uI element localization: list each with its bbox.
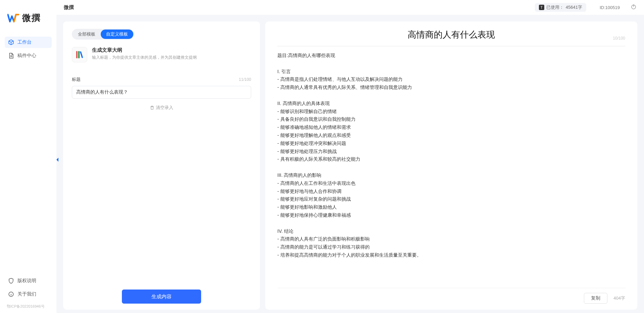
sidebar-item-label: 版权说明 — [17, 278, 36, 284]
sidebar-footer: 版权说明 关于我们 — [0, 275, 56, 304]
tab-all-templates[interactable]: 全部模板 — [73, 30, 101, 39]
logo-mark-icon — [7, 13, 19, 23]
tab-custom-templates[interactable]: 自定义模板 — [101, 30, 133, 39]
brand-logo: 微撰 — [0, 4, 56, 37]
template-card: 生成文章大纲 输入标题，为你提供文章主体的灵感，并为其创建推文提纲 — [72, 47, 251, 62]
usage-value: 45641字 — [566, 4, 582, 10]
word-count: 404字 — [613, 295, 625, 301]
power-icon — [631, 4, 637, 10]
title-char-count: 11/100 — [239, 77, 251, 82]
usage-label: 已使用： — [546, 4, 564, 10]
info-icon — [8, 291, 14, 297]
sidebar-item-label: 工作台 — [17, 39, 32, 45]
template-desc: 输入标题，为你提供文章主体的灵感，并为其创建推文提纲 — [92, 55, 197, 60]
sidebar: 微撰 工作台 稿件中心 版权说明 关于我们 鄂ICP备2022016946号 — [0, 0, 56, 313]
copy-button[interactable]: 复制 — [584, 293, 607, 304]
output-title: 高情商的人有什么表现 — [277, 29, 625, 41]
shield-icon — [8, 278, 14, 284]
sidebar-item-workspace[interactable]: 工作台 — [5, 37, 52, 48]
user-id: ID:100519 — [600, 5, 620, 10]
app-title: 微撰 — [64, 4, 74, 11]
books-icon — [76, 51, 84, 59]
trash-icon — [150, 105, 154, 110]
output-header: 高情商的人有什么表现 10/100 — [277, 29, 625, 44]
generate-button[interactable]: 生成内容 — [122, 290, 201, 304]
sidebar-item-drafts[interactable]: 稿件中心 — [5, 50, 52, 61]
icp-text: 鄂ICP备2022016946号 — [0, 304, 56, 309]
clear-input-label: 清空录入 — [156, 105, 173, 111]
output-footer: 复制 404字 — [277, 288, 625, 304]
sidebar-collapse-handle[interactable] — [55, 156, 60, 163]
sidebar-item-label: 关于我们 — [17, 291, 36, 297]
topbar: 微撰 T 已使用： 45641字 ID:100519 — [56, 0, 644, 15]
output-panel: 高情商的人有什么表现 10/100 题目:高情商的人有哪些表现 I. 引言 - … — [265, 21, 637, 310]
content: 全部模板 自定义模板 生成文章大纲 输入标题，为你提供文章主体的灵感，并为其创建… — [56, 15, 644, 313]
sidebar-item-copyright[interactable]: 版权说明 — [5, 275, 52, 286]
divider — [277, 46, 625, 46]
template-icon — [72, 47, 87, 62]
title-label: 标题 — [72, 76, 81, 83]
input-panel: 全部模板 自定义模板 生成文章大纲 输入标题，为你提供文章主体的灵感，并为其创建… — [63, 21, 260, 310]
template-tabs: 全部模板 自定义模板 — [72, 29, 134, 40]
brand-name: 微撰 — [22, 12, 41, 24]
template-title: 生成文章大纲 — [92, 47, 197, 53]
main: 微撰 T 已使用： 45641字 ID:100519 全部模板 自定义模板 — [56, 0, 644, 313]
sidebar-item-label: 稿件中心 — [17, 53, 36, 59]
title-input[interactable] — [72, 86, 251, 99]
sidebar-item-about[interactable]: 关于我们 — [5, 289, 52, 300]
usage-chip[interactable]: T 已使用： 45641字 — [535, 3, 586, 12]
clear-input-button[interactable]: 清空录入 — [72, 105, 251, 111]
document-icon — [8, 53, 14, 59]
nav: 工作台 稿件中心 — [0, 37, 56, 61]
chevron-left-icon — [55, 157, 59, 162]
power-button[interactable] — [631, 4, 637, 11]
cube-icon — [8, 39, 14, 45]
output-title-count: 10/100 — [613, 36, 625, 41]
title-field: 标题 11/100 — [72, 76, 251, 99]
t-badge-icon: T — [539, 5, 544, 10]
output-body[interactable]: 题目:高情商的人有哪些表现 I. 引言 - 高情商是指人们处理情绪、与他人互动以… — [277, 52, 625, 288]
